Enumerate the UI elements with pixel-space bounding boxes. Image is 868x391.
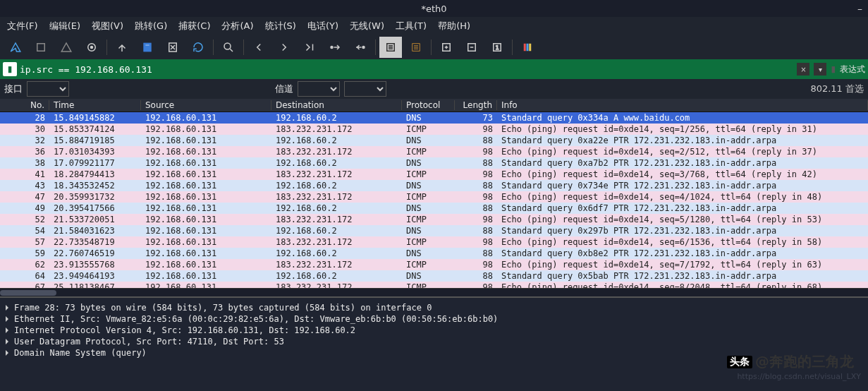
packet-row[interactable]: 4118.284794413192.168.60.131183.232.231.… xyxy=(0,169,868,180)
menu-help[interactable]: 帮助(H) xyxy=(434,18,475,34)
expression-button[interactable]: 表达式 xyxy=(840,64,865,76)
menu-view[interactable]: 视图(V) xyxy=(87,18,128,34)
col-no[interactable]: No. xyxy=(0,100,49,110)
packet-row[interactable]: 5722.733548719192.168.60.131183.232.231.… xyxy=(0,236,868,248)
menu-capture[interactable]: 捕获(C) xyxy=(174,18,214,34)
packet-row[interactable]: 6223.913555768192.168.60.131183.232.231.… xyxy=(0,259,868,270)
minimize-icon[interactable]: – xyxy=(857,3,862,14)
first-packet-icon[interactable] xyxy=(324,37,346,58)
restart-capture-icon[interactable] xyxy=(55,37,78,58)
svg-point-6 xyxy=(224,43,231,49)
menu-stats[interactable]: 统计(S) xyxy=(261,18,300,34)
svg-rect-4 xyxy=(145,44,149,46)
channel-label: 信道 xyxy=(275,83,293,95)
packet-rows[interactable]: 2815.849145882192.168.60.131192.168.60.2… xyxy=(0,112,868,288)
wifi-prefs-button[interactable]: 802.11 首选 xyxy=(810,83,864,95)
expand-icon[interactable] xyxy=(6,305,8,311)
packet-row[interactable]: 6423.949464193192.168.60.131192.168.60.2… xyxy=(0,270,868,282)
display-filter-bar: ▮ ip.src == 192.168.60.131 × ▾ ▮ 表达式 xyxy=(0,59,868,79)
shark-fin-icon[interactable] xyxy=(4,37,27,58)
detail-line[interactable]: Internet Protocol Version 4, Src: 192.16… xyxy=(6,325,862,336)
packet-row[interactable]: 5421.584031623192.168.60.131192.168.60.2… xyxy=(0,225,868,236)
zoom-out-icon[interactable] xyxy=(460,37,483,58)
stop-capture-icon[interactable] xyxy=(30,37,52,58)
close-file-icon[interactable] xyxy=(161,37,184,58)
auto-scroll-icon[interactable] xyxy=(379,37,402,58)
packet-row[interactable]: 5221.533720051192.168.60.131183.232.231.… xyxy=(0,214,868,225)
col-info[interactable]: Info xyxy=(497,100,868,110)
packet-row[interactable]: 3015.853374124192.168.60.131183.232.231.… xyxy=(0,124,868,135)
zoom-reset-icon[interactable]: 1 xyxy=(486,37,508,58)
packet-list-header: No. Time Source Destination Protocol Len… xyxy=(0,99,868,112)
packet-row[interactable]: 3215.884719185192.168.60.131192.168.60.2… xyxy=(0,135,868,146)
watermark-url: https://blog.csdn.net/visual_LXY xyxy=(737,372,861,381)
capture-options-icon[interactable] xyxy=(80,37,103,58)
svg-rect-15 xyxy=(524,44,526,52)
open-file-icon[interactable] xyxy=(111,37,133,58)
interface-select[interactable] xyxy=(27,81,69,97)
svg-rect-0 xyxy=(37,44,45,52)
col-destination[interactable]: Destination xyxy=(271,100,402,110)
svg-rect-3 xyxy=(144,43,152,52)
detail-line[interactable]: Frame 28: 73 bytes on wire (584 bits), 7… xyxy=(6,302,862,313)
svg-point-2 xyxy=(91,47,93,49)
detail-line[interactable]: Ethernet II, Src: Vmware_82:e5:6a (00:0c… xyxy=(6,313,862,325)
col-length[interactable]: Length xyxy=(455,100,497,110)
find-icon[interactable] xyxy=(217,37,240,58)
svg-rect-17 xyxy=(529,44,531,52)
jump-icon[interactable] xyxy=(298,37,321,58)
prev-packet-icon[interactable] xyxy=(247,37,270,58)
channel-width-select[interactable] xyxy=(344,81,386,97)
save-file-icon[interactable] xyxy=(136,37,159,58)
menu-wireless[interactable]: 无线(W) xyxy=(346,18,389,34)
menu-telephony[interactable]: 电话(Y) xyxy=(303,18,343,34)
menu-edit[interactable]: 编辑(E) xyxy=(45,18,85,34)
expand-icon[interactable] xyxy=(6,339,8,344)
filter-clear-icon[interactable]: × xyxy=(797,63,809,76)
col-protocol[interactable]: Protocol xyxy=(402,100,455,110)
detail-line[interactable]: User Datagram Protocol, Src Port: 47110,… xyxy=(6,336,862,347)
svg-rect-16 xyxy=(527,44,529,52)
packet-list[interactable]: No. Time Source Destination Protocol Len… xyxy=(0,99,868,296)
packet-row[interactable]: 4720.359931732192.168.60.131183.232.231.… xyxy=(0,191,868,203)
channel-select[interactable] xyxy=(298,81,340,97)
svg-point-7 xyxy=(331,47,333,49)
svg-point-8 xyxy=(362,47,365,49)
packet-row[interactable]: 2815.849145882192.168.60.131192.168.60.2… xyxy=(0,112,868,124)
packet-row[interactable]: 4920.395417566192.168.60.131192.168.60.2… xyxy=(0,203,868,214)
interface-label: 接口 xyxy=(4,83,23,95)
menu-tools[interactable]: 工具(T) xyxy=(391,18,431,34)
expand-icon[interactable] xyxy=(6,316,8,322)
next-packet-icon[interactable] xyxy=(273,37,295,58)
watermark-logo: 头条 @奔跑的三角龙 xyxy=(727,352,854,371)
resize-columns-icon[interactable] xyxy=(516,37,539,58)
reload-icon[interactable] xyxy=(187,37,209,58)
last-packet-icon[interactable] xyxy=(349,37,372,58)
colorize-icon[interactable] xyxy=(405,37,427,58)
col-source[interactable]: Source xyxy=(141,100,271,110)
menu-analyze[interactable]: 分析(A) xyxy=(217,18,257,34)
packet-row[interactable]: 3817.079921177192.168.60.131192.168.60.2… xyxy=(0,157,868,169)
window-title: *eth0 xyxy=(421,4,446,14)
title-bar: *eth0 – xyxy=(0,0,868,17)
horizontal-scrollbar[interactable] xyxy=(0,288,868,296)
packet-row[interactable]: 6725.118138467192.168.60.131183.232.231.… xyxy=(0,282,868,288)
toolbar: 1 xyxy=(0,35,868,59)
filter-bookmark-icon[interactable]: ▮ xyxy=(3,62,17,76)
expand-icon[interactable] xyxy=(6,327,8,333)
packet-row[interactable]: 5922.760746519192.168.60.131192.168.60.2… xyxy=(0,248,868,259)
expand-icon[interactable] xyxy=(6,350,8,356)
wireless-toolbar: 接口 信道 802.11 首选 xyxy=(0,79,868,99)
menu-bar: 文件(F) 编辑(E) 视图(V) 跳转(G) 捕获(C) 分析(A) 统计(S… xyxy=(0,17,868,35)
packet-row[interactable]: 3617.031034393192.168.60.131183.232.231.… xyxy=(0,146,868,157)
packet-row[interactable]: 4318.343532452192.168.60.131192.168.60.2… xyxy=(0,180,868,191)
filter-apply-icon[interactable]: ▾ xyxy=(814,63,826,76)
menu-file[interactable]: 文件(F) xyxy=(3,18,42,34)
display-filter-input[interactable]: ip.src == 192.168.60.131 xyxy=(20,64,152,75)
zoom-in-icon[interactable] xyxy=(435,37,458,58)
menu-go[interactable]: 跳转(G) xyxy=(130,18,171,34)
svg-text:1: 1 xyxy=(496,44,499,51)
col-time[interactable]: Time xyxy=(49,100,141,110)
